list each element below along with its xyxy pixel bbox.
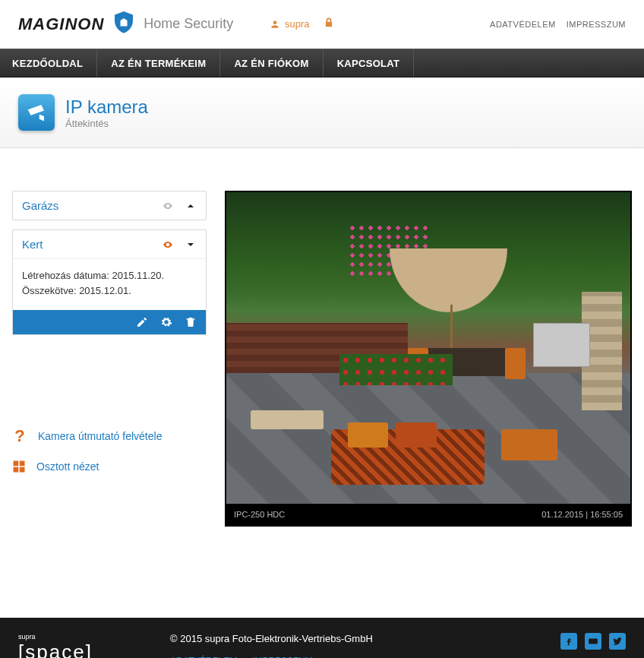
twitter-link[interactable] [609,633,626,650]
side-links: ? Kamera útmutató felvétele Osztott néze… [12,426,207,473]
top-link-imprint[interactable]: IMPRESSZUM [567,20,626,29]
svg-rect-1 [20,461,25,467]
nav-account[interactable]: AZ ÉN FIÓKOM [220,49,323,77]
topbar: MAGINON Home Security supra ADATVÉDELEM … [0,0,644,49]
footer-social [560,633,626,650]
user-link[interactable]: supra [270,18,310,30]
camera-card: Kert Létrehozás dátuma: 2015.11.20. Össz… [12,229,207,335]
camera-name: Kert [22,238,43,251]
facebook-icon [564,636,574,647]
chevron-down-icon[interactable] [185,239,197,251]
svg-rect-2 [14,467,19,473]
grid-icon [12,460,26,473]
main-nav: KEZDŐOLDAL AZ ÉN TERMÉKEIM AZ ÉN FIÓKOM … [0,49,644,78]
twitter-icon [612,636,623,647]
page-subtitle: Áttekintés [65,118,148,129]
camera-connected: Összekötve: 2015.12.01. [22,283,197,299]
lock-link[interactable] [324,17,334,30]
camera-actions [13,310,206,334]
footer-logo[interactable]: supra [space] SERVICE & RESOURCE PLATFOR… [18,633,170,658]
edit-icon[interactable] [136,316,148,328]
camera-details: Létrehozás dátuma: 2015.11.20. Összekötv… [13,259,206,310]
camera-icon [18,94,55,131]
camera-header[interactable]: Garázs [13,191,206,220]
user-area: supra [270,17,334,30]
content: Garázs Kert Létrehozás dátuma: 2015.11.2… [0,148,644,557]
chevron-up-icon[interactable] [185,200,197,212]
nav-contact[interactable]: KAPCSOLAT [324,49,415,77]
svg-rect-3 [20,467,25,473]
page-title: IP kamera [65,96,148,118]
top-link-privacy[interactable]: ADATVÉDELEM [490,20,556,29]
brand-suffix: Home Security [144,16,233,32]
top-links: ADATVÉDELEM IMPRESSZUM [490,20,626,29]
eye-icon[interactable] [160,239,175,250]
nav-home[interactable]: KEZDŐOLDAL [0,49,97,77]
user-icon [270,19,280,30]
lock-icon [324,17,334,28]
facebook-link[interactable] [560,633,577,650]
wizard-label: Kamera útmutató felvétele [38,430,162,442]
camera-list: Garázs Kert Létrehozás dátuma: 2015.11.2… [12,191,207,473]
camera-header[interactable]: Kert [13,230,206,259]
page-header: IP kamera Áttekintés [0,78,644,148]
wizard-link[interactable]: ? Kamera útmutató felvétele [12,426,207,446]
nav-products[interactable]: AZ ÉN TERMÉKEIM [97,49,220,77]
viewer-status-bar: IPC-250 HDC 01.12.2015 | 16:55:05 [226,504,630,525]
trash-icon[interactable] [185,316,197,328]
split-label: Osztott nézet [36,460,99,473]
youtube-icon [588,636,598,647]
shield-icon [110,9,137,40]
camera-viewer: IPC-250 HDC 01.12.2015 | 16:55:05 [225,191,632,527]
footer: supra [space] SERVICE & RESOURCE PLATFOR… [0,618,644,658]
gear-icon[interactable] [160,316,172,328]
footer-brand-small: supra [18,633,170,641]
svg-rect-0 [14,461,19,467]
camera-model: IPC-250 HDC [234,510,285,519]
camera-feed[interactable] [226,192,630,504]
camera-name: Garázs [22,199,58,212]
split-view-link[interactable]: Osztott nézet [12,460,207,473]
brand-name: MAGINON [18,14,104,34]
brand-logo[interactable]: MAGINON Home Security [18,9,233,40]
question-icon: ? [12,426,27,446]
camera-card: Garázs [12,191,207,220]
youtube-link[interactable] [585,633,601,650]
camera-created: Létrehozás dátuma: 2015.11.20. [22,268,197,283]
viewer-frame: IPC-250 HDC 01.12.2015 | 16:55:05 [225,191,632,527]
footer-content: © 2015 supra Foto-Elektronik-Vertriebs-G… [170,633,560,658]
camera-timestamp: 01.12.2015 | 16:55:05 [541,510,623,519]
copyright: © 2015 supra Foto-Elektronik-Vertriebs-G… [170,633,560,644]
eye-icon[interactable] [160,201,175,211]
user-name: supra [285,18,310,30]
